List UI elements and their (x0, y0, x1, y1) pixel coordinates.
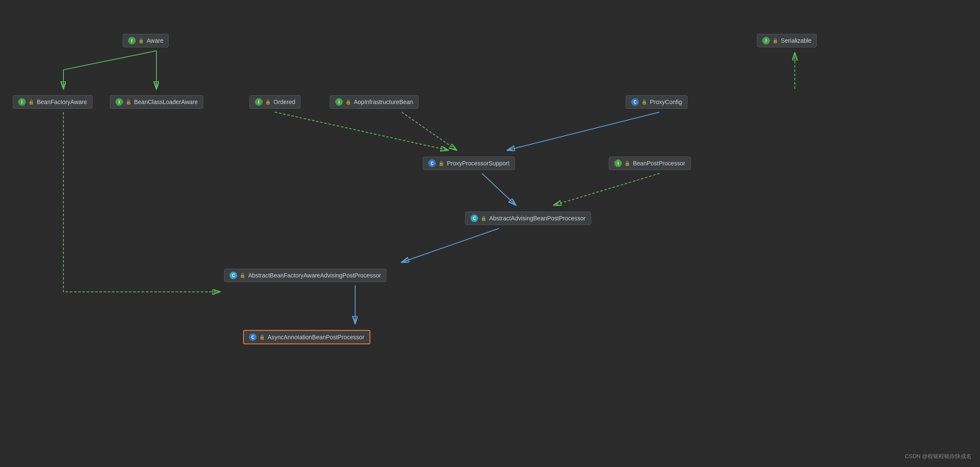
node-AbstractBeanFactoryAwareAdvisingPostProcessor[interactable]: C🔒AbstractBeanFactoryAwareAdvisingPostPr… (224, 269, 386, 282)
node-lock-Aware: 🔒 (138, 38, 144, 44)
node-lock-BeanFactoryAware: 🔒 (28, 99, 34, 105)
svg-line-6 (482, 173, 516, 205)
watermark: CSDN @程铭程铭你快成名 (905, 453, 972, 460)
node-lock-ProxyConfig: 🔒 (641, 99, 647, 105)
node-icon-BeanClassLoaderAware: I (115, 98, 123, 106)
node-Ordered[interactable]: I🔒Ordered (249, 95, 301, 109)
svg-line-3 (275, 112, 448, 150)
node-label-Ordered: Ordered (274, 99, 295, 105)
node-label-ProxyProcessorSupport: ProxyProcessorSupport (447, 160, 509, 167)
node-lock-Serializable: 🔒 (772, 38, 778, 44)
node-icon-AopInfrastructureBean: I (335, 98, 343, 106)
node-label-BeanPostProcessor: BeanPostProcessor (633, 160, 685, 167)
node-lock-BeanPostProcessor: 🔒 (624, 161, 630, 166)
node-label-AbstractBeanFactoryAwareAdvisingPostProcessor: AbstractBeanFactoryAwareAdvisingPostProc… (248, 272, 381, 279)
node-label-ProxyConfig: ProxyConfig (650, 99, 682, 105)
node-icon-Serializable: I (762, 37, 770, 44)
node-icon-AbstractAdvisingBeanPostProcessor: C (471, 214, 478, 222)
node-lock-AbstractBeanFactoryAwareAdvisingPostProcessor: 🔒 (240, 273, 246, 278)
node-icon-Ordered: I (255, 98, 263, 106)
node-label-AbstractAdvisingBeanPostProcessor: AbstractAdvisingBeanPostProcessor (489, 215, 586, 222)
node-icon-Aware: I (128, 37, 136, 44)
node-icon-ProxyConfig: C (631, 98, 639, 106)
svg-line-2 (507, 112, 660, 150)
svg-line-4 (402, 112, 457, 150)
node-icon-BeanFactoryAware: I (18, 98, 26, 106)
node-label-AopInfrastructureBean: AopInfrastructureBean (354, 99, 413, 105)
node-ProxyConfig[interactable]: C🔒ProxyConfig (626, 95, 687, 109)
node-AbstractAdvisingBeanPostProcessor[interactable]: C🔒AbstractAdvisingBeanPostProcessor (465, 212, 591, 225)
node-icon-AbstractBeanFactoryAwareAdvisingPostProcessor: C (230, 272, 237, 279)
node-BeanPostProcessor[interactable]: I🔒BeanPostProcessor (609, 157, 691, 170)
arrows-svg (0, 0, 980, 467)
node-BeanClassLoaderAware[interactable]: I🔒BeanClassLoaderAware (110, 95, 203, 109)
node-label-AsyncAnnotationBeanPostProcessor: AsyncAnnotationBeanPostProcessor (268, 334, 364, 341)
node-icon-AsyncAnnotationBeanPostProcessor: C (249, 333, 257, 341)
svg-line-5 (554, 173, 660, 205)
node-AsyncAnnotationBeanPostProcessor[interactable]: C🔒AsyncAnnotationBeanPostProcessor (243, 330, 370, 344)
node-lock-Ordered: 🔒 (265, 99, 271, 105)
node-icon-ProxyProcessorSupport: C (428, 159, 436, 167)
node-BeanFactoryAware[interactable]: I🔒BeanFactoryAware (13, 95, 93, 109)
node-icon-BeanPostProcessor: I (614, 159, 622, 167)
diagram-container: I🔒AwareI🔒SerializableI🔒BeanFactoryAwareI… (0, 0, 980, 467)
node-label-BeanClassLoaderAware: BeanClassLoaderAware (134, 99, 198, 105)
node-label-Aware: Aware (147, 37, 163, 44)
node-lock-AsyncAnnotationBeanPostProcessor: 🔒 (259, 335, 265, 340)
node-label-Serializable: Serializable (781, 37, 811, 44)
node-Aware[interactable]: I🔒Aware (123, 34, 169, 47)
svg-line-7 (402, 228, 499, 262)
node-lock-AbstractAdvisingBeanPostProcessor: 🔒 (481, 216, 487, 221)
node-lock-BeanClassLoaderAware: 🔒 (126, 99, 131, 105)
node-ProxyProcessorSupport[interactable]: C🔒ProxyProcessorSupport (423, 157, 515, 170)
node-AopInfrastructureBean[interactable]: I🔒AopInfrastructureBean (330, 95, 419, 109)
node-label-BeanFactoryAware: BeanFactoryAware (37, 99, 87, 105)
node-Serializable[interactable]: I🔒Serializable (757, 34, 817, 47)
node-lock-AopInfrastructureBean: 🔒 (345, 99, 351, 105)
node-lock-ProxyProcessorSupport: 🔒 (438, 161, 444, 166)
